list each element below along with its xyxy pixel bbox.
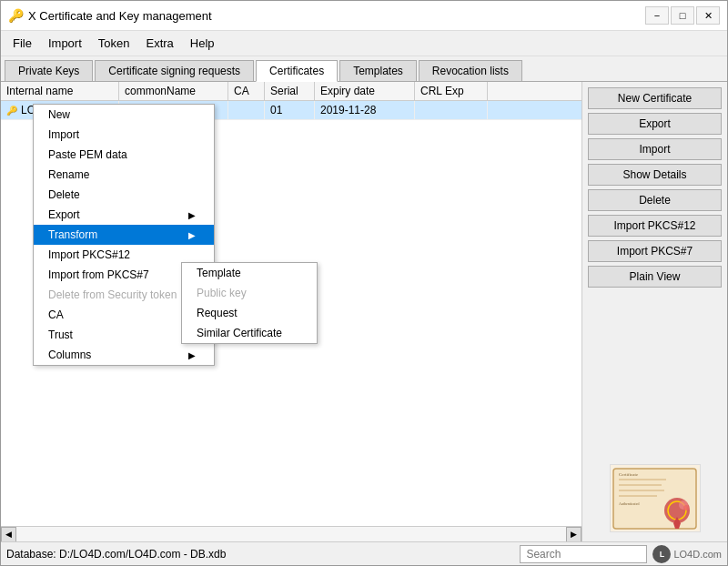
logo-badge: L LO4D.com (652, 545, 722, 563)
svg-text:Authenticated: Authenticated (619, 501, 639, 506)
ctx-transform-arrow: ▶ (188, 230, 196, 240)
close-button[interactable]: ✕ (696, 6, 720, 25)
sub-request[interactable]: Request (182, 303, 317, 323)
tab-templates[interactable]: Templates (339, 60, 417, 81)
col-crl: CRL Exp (415, 82, 488, 100)
ctx-rename[interactable]: Rename (34, 165, 214, 185)
title-bar-left: 🔑 X Certificate and Key management (8, 8, 212, 23)
scroll-left-btn[interactable]: ◀ (1, 527, 16, 542)
ctx-transform[interactable]: Transform ▶ (34, 225, 214, 245)
app-icon: 🔑 (8, 8, 23, 23)
table-area: Internal name commonName CA Serial Expir… (1, 82, 581, 541)
sub-template[interactable]: Template (182, 263, 317, 283)
import-pkcs12-button[interactable]: Import PKCS#12 (588, 215, 722, 237)
tab-certificates[interactable]: Certificates (256, 60, 338, 82)
tab-bar: Private Keys Certificate signing request… (1, 56, 727, 82)
ctx-new[interactable]: New (34, 105, 214, 125)
cell-crl (415, 101, 488, 119)
cell-expiry: 2019-11-28 (315, 101, 415, 119)
ctx-columns-label: Columns (48, 349, 91, 361)
sidebar: New Certificate Export Import Show Detai… (581, 82, 727, 541)
menu-file[interactable]: File (5, 33, 40, 54)
import-pkcs7-button[interactable]: Import PKCS#7 (588, 240, 722, 262)
col-expiry: Expiry date (315, 82, 415, 100)
sub-similar-cert[interactable]: Similar Certificate (182, 323, 317, 343)
transform-submenu: Template Public key Request Similar Cert… (181, 262, 318, 344)
search-input[interactable] (520, 545, 647, 563)
new-certificate-button[interactable]: New Certificate (588, 87, 722, 109)
ctx-delete[interactable]: Delete (34, 185, 214, 205)
app-title: X Certificate and Key management (28, 9, 212, 23)
main-window: 🔑 X Certificate and Key management − □ ✕… (0, 0, 728, 566)
menu-extra[interactable]: Extra (138, 33, 182, 54)
menu-import[interactable]: Import (40, 33, 90, 54)
cell-ca (228, 101, 265, 119)
col-ca: CA (228, 82, 265, 100)
certificate-image: Certificate Authenticated (610, 464, 701, 532)
ctx-export-arrow: ▶ (188, 210, 196, 220)
row-icon: 🔑 (6, 106, 17, 116)
sub-public-key: Public key (182, 283, 317, 303)
menu-bar: File Import Token Extra Help (1, 31, 727, 56)
logo-text: LO4D.com (673, 549, 722, 560)
minimize-button[interactable]: − (645, 6, 669, 25)
col-serial: Serial (265, 82, 315, 100)
import-button[interactable]: Import (588, 138, 722, 160)
col-internal-name: Internal name (1, 82, 119, 100)
scroll-track[interactable] (16, 527, 566, 541)
ctx-export-label: Export (48, 208, 80, 221)
svg-point-11 (683, 505, 689, 510)
title-bar: 🔑 X Certificate and Key management − □ ✕ (1, 1, 727, 31)
show-details-button[interactable]: Show Details (588, 164, 722, 186)
delete-button[interactable]: Delete (588, 189, 722, 211)
maximize-button[interactable]: □ (671, 6, 694, 25)
h-scrollbar: ◀ ▶ (1, 526, 581, 541)
database-path: Database: D:/LO4D.com/LO4D.com - DB.xdb (6, 548, 514, 561)
certificate-decoration: Certificate Authenticated (588, 460, 722, 536)
logo-icon: L (652, 545, 671, 563)
scroll-right-btn[interactable]: ▶ (566, 527, 581, 542)
export-button[interactable]: Export (588, 113, 722, 135)
menu-help[interactable]: Help (182, 33, 223, 54)
tab-revocation[interactable]: Revocation lists (419, 60, 522, 81)
col-common-name: commonName (119, 82, 228, 100)
table-header: Internal name commonName CA Serial Expir… (1, 82, 581, 101)
ctx-columns[interactable]: Columns ▶ (34, 345, 214, 365)
svg-text:Certificate: Certificate (619, 472, 639, 477)
ctx-paste-pem[interactable]: Paste PEM data (34, 145, 214, 165)
menu-token[interactable]: Token (90, 33, 138, 54)
ctx-ca-label: CA (48, 308, 64, 321)
ctx-transform-label: Transform (48, 228, 97, 241)
ctx-columns-arrow: ▶ (188, 350, 196, 360)
status-bar: Database: D:/LO4D.com/LO4D.com - DB.xdb … (1, 541, 727, 565)
tab-csr[interactable]: Certificate signing requests (95, 60, 254, 81)
title-controls: − □ ✕ (645, 6, 720, 25)
plain-view-button[interactable]: Plain View (588, 266, 722, 288)
cell-serial: 01 (265, 101, 315, 119)
tab-private-keys[interactable]: Private Keys (5, 60, 93, 81)
main-content: Internal name commonName CA Serial Expir… (1, 82, 727, 541)
ctx-export[interactable]: Export ▶ (34, 205, 214, 225)
ctx-import[interactable]: Import (34, 125, 214, 145)
cert-svg: Certificate Authenticated (612, 467, 698, 531)
